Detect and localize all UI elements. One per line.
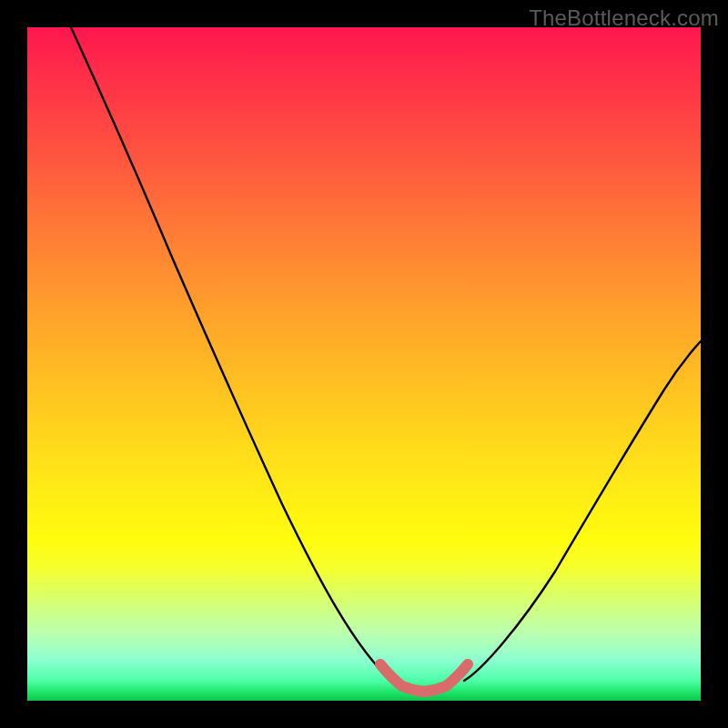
plot-area — [27, 27, 701, 701]
valley-highlight — [380, 664, 468, 692]
left-curve — [71, 27, 391, 681]
chart-frame: TheBottleneck.com — [0, 0, 728, 728]
right-curve — [464, 341, 701, 681]
watermark-text: TheBottleneck.com — [529, 5, 719, 31]
curves-svg — [27, 27, 701, 701]
